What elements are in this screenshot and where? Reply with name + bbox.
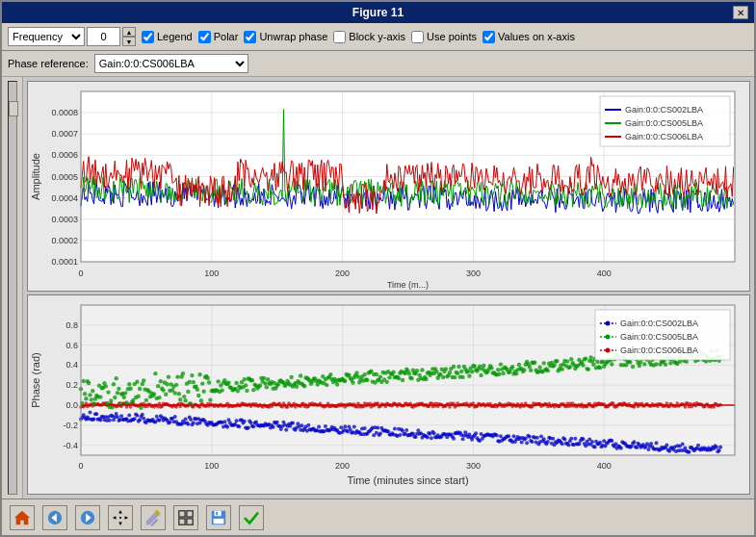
- home-icon: [13, 509, 31, 526]
- phase-canvas[interactable]: [28, 295, 749, 494]
- polar-checkbox[interactable]: [198, 31, 211, 43]
- svg-rect-15: [179, 518, 185, 524]
- subplot-button[interactable]: [173, 505, 198, 530]
- svg-marker-6: [118, 522, 122, 525]
- subplot-icon: [177, 509, 195, 526]
- toolbar: Frequency 0 ▲ ▼ Legend Polar Unwrap phas…: [2, 23, 754, 51]
- unwrap-phase-checkbox-label[interactable]: Unwrap phase: [244, 31, 327, 43]
- forward-icon: [79, 509, 96, 526]
- use-points-checkbox-label[interactable]: Use points: [411, 31, 477, 43]
- unwrap-phase-checkbox[interactable]: [244, 31, 256, 43]
- home-button[interactable]: [10, 505, 35, 530]
- frequency-row: Frequency 0 ▲ ▼: [8, 27, 136, 46]
- frequency-number-input[interactable]: 0: [87, 27, 120, 46]
- save-icon: [210, 509, 227, 526]
- vertical-slider-area: [2, 77, 23, 499]
- unwrap-phase-label: Unwrap phase: [259, 31, 327, 42]
- legend-checkbox[interactable]: [142, 31, 154, 43]
- phase-reference-row: Phase reference: Gain:0:0:CS006LBA: [2, 51, 754, 77]
- title-bar: Figure 11 ✕: [2, 2, 754, 23]
- amplitude-chart: [27, 81, 750, 292]
- window-title: Figure 11: [23, 6, 733, 19]
- block-y-axis-checkbox-label[interactable]: Block y-axis: [333, 31, 405, 43]
- svg-rect-14: [187, 510, 193, 516]
- vertical-slider-track[interactable]: [8, 81, 17, 495]
- check-button[interactable]: [239, 505, 264, 530]
- legend-checkbox-label[interactable]: Legend: [142, 31, 193, 43]
- frequency-select[interactable]: Frequency: [8, 27, 85, 46]
- bottom-toolbar: [2, 499, 754, 535]
- polar-checkbox-label[interactable]: Polar: [198, 31, 239, 43]
- values-on-x-axis-checkbox-label[interactable]: Values on x-axis: [482, 31, 575, 43]
- svg-rect-18: [215, 510, 222, 515]
- chart-area: [23, 77, 754, 499]
- spin-down-button[interactable]: ▼: [122, 37, 136, 46]
- pan-icon: [112, 509, 129, 526]
- phase-reference-label: Phase reference:: [8, 58, 89, 69]
- svg-marker-5: [118, 509, 122, 513]
- spin-up-button[interactable]: ▲: [122, 27, 136, 37]
- check-icon: [243, 509, 260, 526]
- polar-label: Polar: [214, 31, 239, 42]
- values-on-x-axis-label: Values on x-axis: [498, 31, 575, 42]
- back-icon: [46, 509, 64, 526]
- window: Figure 11 ✕ Frequency 0 ▲ ▼ Legend Polar…: [0, 0, 756, 537]
- svg-rect-9: [119, 517, 121, 519]
- spin-buttons: ▲ ▼: [122, 27, 136, 46]
- vertical-slider-thumb[interactable]: [9, 101, 18, 116]
- block-y-axis-checkbox[interactable]: [333, 31, 346, 43]
- amplitude-canvas[interactable]: [28, 82, 749, 291]
- pan-button[interactable]: [108, 505, 133, 530]
- edit-button[interactable]: [141, 505, 166, 530]
- forward-button[interactable]: [75, 505, 100, 530]
- block-y-axis-label: Block y-axis: [349, 31, 405, 42]
- svg-marker-7: [113, 516, 117, 520]
- svg-rect-20: [216, 511, 218, 515]
- svg-rect-19: [214, 518, 224, 523]
- close-button[interactable]: ✕: [733, 6, 748, 19]
- phase-chart: [27, 294, 750, 495]
- svg-rect-16: [187, 518, 193, 524]
- use-points-checkbox[interactable]: [411, 31, 424, 43]
- svg-marker-0: [14, 510, 30, 524]
- legend-label: Legend: [157, 31, 193, 42]
- edit-icon: [144, 509, 162, 526]
- back-button[interactable]: [42, 505, 67, 530]
- main-content: [2, 77, 754, 499]
- use-points-label: Use points: [427, 31, 477, 42]
- phase-reference-select[interactable]: Gain:0:0:CS006LBA: [94, 54, 248, 73]
- values-on-x-axis-checkbox[interactable]: [482, 31, 495, 43]
- svg-rect-13: [179, 510, 185, 516]
- svg-marker-8: [125, 516, 129, 520]
- save-button[interactable]: [206, 505, 231, 530]
